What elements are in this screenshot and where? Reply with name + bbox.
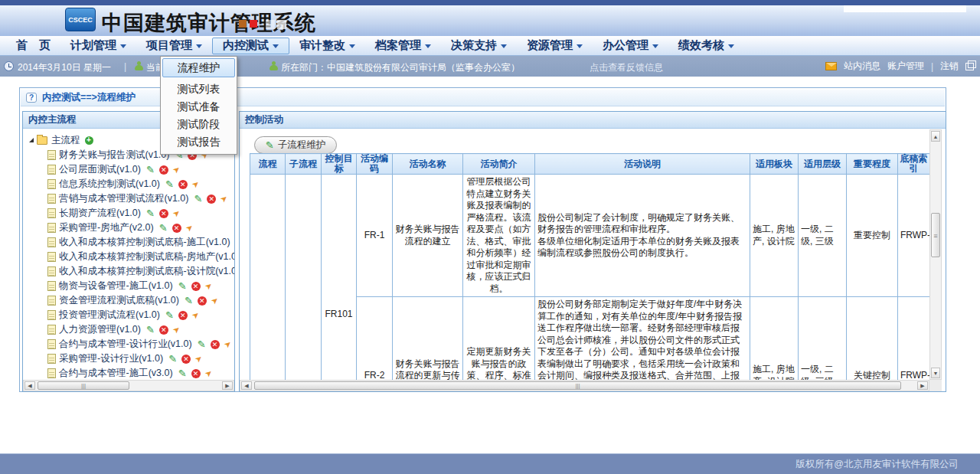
delete-icon[interactable]: ✕ (172, 224, 181, 233)
publish-icon[interactable]: ➤ (183, 222, 195, 234)
edit-icon[interactable]: ✎ (194, 193, 202, 204)
delete-icon[interactable]: ✕ (191, 369, 201, 378)
delete-icon[interactable]: ✕ (178, 180, 188, 189)
tree-item[interactable]: 人力资源管理(v1.0)✎✕➤ (28, 322, 234, 337)
column-header[interactable]: 底稿索引 (898, 154, 930, 175)
edit-icon[interactable]: ✎ (146, 324, 155, 335)
scroll-down-arrow[interactable]: ▼ (931, 368, 940, 378)
publish-icon[interactable]: ➤ (218, 193, 230, 205)
scroll-up-arrow[interactable]: ▲ (931, 131, 940, 142)
tree-item[interactable]: 采购管理-房地产(v2.0)✎✕➤ (28, 221, 234, 235)
column-header[interactable]: 流程 (250, 154, 286, 175)
publish-icon[interactable]: ➤ (171, 164, 183, 176)
table-row: FR101FR-1财务关账与报告流程的建立管理层根据公司特点建立财务关账及报表编… (250, 175, 930, 297)
delete-icon[interactable]: ✕ (178, 311, 188, 320)
publish-icon[interactable]: ➤ (171, 324, 183, 336)
column-header[interactable]: 重要程度 (847, 154, 898, 175)
edit-icon[interactable]: ✎ (165, 178, 174, 190)
delete-icon[interactable]: ✕ (191, 282, 201, 291)
scroll-left-arrow[interactable]: ◀ (241, 381, 252, 390)
publish-icon[interactable]: ➤ (202, 368, 214, 380)
popup-window-icon[interactable] (965, 63, 974, 70)
menu-item-resource-mgmt[interactable]: 资源管理 (517, 38, 593, 54)
menu-item-internal-control-test[interactable]: 内控测试 (212, 38, 289, 54)
right-panel-hscrollbar[interactable]: ◀ ▶ ||| (240, 380, 929, 391)
delete-icon[interactable]: ✕ (181, 355, 191, 364)
menu-item-decision-support[interactable]: 决策支持 (441, 38, 517, 54)
column-header[interactable]: 活动编码 (357, 154, 393, 175)
copyright-text: 版权所有@北京用友审计软件有限公司 (795, 459, 959, 469)
column-header[interactable]: 适用板块 (750, 154, 799, 175)
left-panel-hscrollbar[interactable]: ◀ ▶ ||| (23, 380, 234, 391)
menu-item-plan-mgmt[interactable]: 计划管理 (60, 38, 136, 54)
tree-item[interactable]: 合约与成本管理-施工(v3.0)✎✕➤ (28, 366, 234, 380)
edit-icon[interactable]: ✎ (178, 368, 187, 379)
logout-link[interactable]: 注销 (940, 60, 959, 73)
tree-item[interactable]: 公司层面测试(v1.0)✎✕➤ (28, 162, 234, 177)
edit-icon[interactable]: ✎ (198, 338, 206, 350)
menu-item-home[interactable]: 首 页 (6, 38, 60, 54)
tree-item[interactable]: 长期资产流程(v1.0)✎✕➤ (28, 206, 234, 221)
tree-expand-icon[interactable] (29, 138, 34, 142)
tree-item[interactable]: 收入和成本核算控制测试底稿-施工(v1.0)✎ (28, 235, 234, 250)
tree-item[interactable]: 合约与成本管理-设计行业(v1.0)✎✕➤ (28, 337, 234, 351)
add-process-icon[interactable]: + (85, 136, 93, 145)
scroll-right-arrow[interactable]: ▶ (917, 381, 928, 390)
column-header[interactable]: 控制目标 (322, 154, 357, 175)
publish-icon[interactable]: ➤ (171, 208, 183, 220)
publish-icon[interactable]: ➤ (209, 295, 221, 307)
edit-icon[interactable]: ✎ (178, 280, 187, 292)
tree-item[interactable]: 采购管理-设计行业(v1.0)✎✕➤ (28, 351, 234, 366)
tree-item[interactable]: 资金管理流程测试底稿(v1.0)✎✕➤ (28, 293, 234, 308)
delete-icon[interactable]: ✕ (211, 340, 220, 349)
table-vscrollbar[interactable]: ▲ ▼ ≡ (929, 129, 942, 380)
tree-item[interactable]: 收入和成本核算控制测试底稿-房地产(v1.0)✎ (28, 250, 234, 264)
scrollbar-thumb[interactable]: ≡ (931, 213, 940, 257)
edit-icon[interactable]: ✎ (165, 309, 174, 321)
edit-icon[interactable]: ✎ (159, 222, 168, 234)
scrollbar-thumb[interactable]: ||| (254, 381, 901, 390)
menu-item-archive-mgmt[interactable]: 档案管理 (365, 38, 441, 54)
menu-item-office-mgmt[interactable]: 办公管理 (593, 38, 668, 54)
tree-item[interactable]: 物资与设备管理-施工(v1.0)✎✕➤ (28, 279, 234, 293)
account-mgmt-link[interactable]: 账户管理 (887, 60, 924, 73)
scrollbar-thumb[interactable]: ||| (38, 381, 129, 390)
subflow-maintain-button[interactable]: ✎ 子流程维护 (254, 136, 337, 154)
tree-item[interactable]: 信息系统控制测试(v1.0)✎✕➤ (28, 177, 234, 191)
dropdown-item-test-list[interactable]: 测试列表 (162, 80, 235, 98)
publish-icon[interactable]: ➤ (190, 178, 202, 191)
publish-icon[interactable]: ➤ (202, 280, 214, 293)
menu-item-audit-rectification[interactable]: 审计整改 (289, 38, 365, 54)
edit-icon[interactable]: ✎ (185, 295, 193, 306)
scroll-right-arrow[interactable]: ▶ (222, 381, 233, 390)
column-header[interactable]: 子流程 (286, 154, 322, 175)
delete-icon[interactable]: ✕ (159, 165, 168, 175)
dropdown-item-test-stage[interactable]: 测试阶段 (162, 116, 235, 133)
menu-item-performance-eval[interactable]: 绩效考核 (668, 38, 744, 54)
dropdown-item-test-report[interactable]: 测试报告 (162, 133, 235, 151)
tree-item[interactable]: 收入和成本核算控制测试底稿-设计院(v1.0)✎ (28, 264, 234, 279)
tree-item[interactable]: 营销与成本管理测试流程(v1.0)✎✕➤ (28, 191, 234, 206)
column-header[interactable]: 活动名称 (393, 154, 463, 175)
dropdown-item-process-maintain[interactable]: 流程维护 (162, 58, 235, 77)
site-messages-link[interactable]: 站内消息 (844, 60, 880, 73)
column-header[interactable]: 活动说明 (535, 154, 750, 175)
delete-icon[interactable]: ✕ (207, 195, 216, 204)
publish-icon[interactable]: ➤ (190, 309, 202, 322)
delete-icon[interactable]: ✕ (159, 325, 168, 335)
scroll-left-arrow[interactable]: ◀ (24, 381, 35, 390)
column-header[interactable]: 活动简介 (463, 154, 535, 175)
tree-item[interactable]: 投资管理测试流程(v1.0)✎✕➤ (28, 308, 234, 322)
column-header[interactable]: 适用层级 (799, 154, 847, 175)
edit-icon[interactable]: ✎ (146, 164, 155, 175)
menu-item-project-mgmt[interactable]: 项目管理 (136, 38, 212, 54)
delete-icon[interactable]: ✕ (159, 209, 168, 218)
publish-icon[interactable]: ➤ (221, 338, 234, 351)
dropdown-item-test-prepare[interactable]: 测试准备 (162, 98, 235, 116)
delete-icon[interactable]: ✕ (198, 296, 207, 306)
edit-icon[interactable]: ✎ (146, 208, 155, 219)
edit-icon[interactable]: ✎ (168, 353, 177, 364)
feedback-link[interactable]: 点击查看反馈信息 (590, 61, 663, 74)
publish-icon[interactable]: ➤ (193, 353, 205, 365)
tree-item-label: 合约与成本管理-施工(v3.0) (59, 367, 173, 380)
